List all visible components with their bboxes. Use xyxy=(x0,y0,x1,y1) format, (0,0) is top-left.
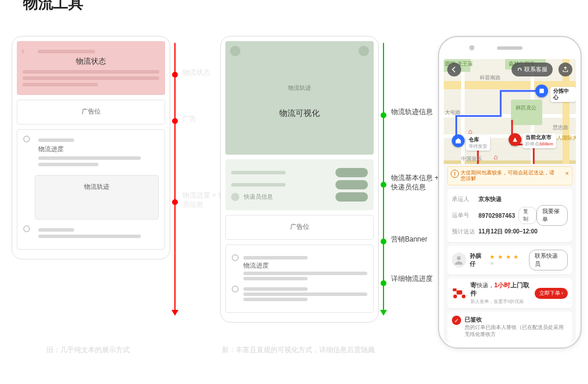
old-ad-card: 广告位 xyxy=(17,100,165,125)
new-caption: 新：丰富且直观的可视化方式，详细信息后置隐藏 xyxy=(217,345,379,355)
back-icon[interactable]: ‹ xyxy=(21,46,24,56)
checkmark-icon xyxy=(23,136,30,142)
red-arrow: 物流状态 广告 物流进度 + 快递员信息 xyxy=(174,43,176,315)
svg-point-3 xyxy=(453,295,457,299)
refresh-icon[interactable] xyxy=(359,46,369,56)
close-icon[interactable]: × xyxy=(565,170,569,177)
back-icon[interactable] xyxy=(447,63,461,76)
copy-button[interactable]: 复制 xyxy=(518,207,536,224)
new-progress-card: 物流进度 xyxy=(225,244,374,313)
sort-center-pin[interactable] xyxy=(535,85,548,97)
page-title: 物流工具 xyxy=(23,0,83,13)
svg-point-4 xyxy=(462,295,466,299)
old-progress-card: 物流进度 物流轨迹 xyxy=(17,129,165,250)
new-visual-card: 物流轨迹 物流可视化 xyxy=(225,41,374,155)
promo-banner[interactable]: 寄快递，1小时上门取件 新人首单，首重享5折优惠 立即下单 › xyxy=(447,278,572,308)
current-pin[interactable] xyxy=(509,133,521,146)
customer-service-button[interactable]: 联系客服 xyxy=(512,63,553,76)
warehouse-pin[interactable] xyxy=(452,134,465,147)
courier-name: 孙膑仔 xyxy=(470,252,486,268)
old-header-label: 物流状态 xyxy=(23,56,159,67)
sort-center-chip: 分拣中心 xyxy=(550,87,576,102)
pill-button[interactable] xyxy=(335,168,368,177)
shipment-info-card: 承运人 京东快递 运单号 89702987463 复制 我要催单 预计送达 11… xyxy=(447,189,572,242)
new-info-card: 快递员信息 xyxy=(225,159,374,210)
new-ad-card: 广告位 xyxy=(225,215,374,240)
share-icon[interactable] xyxy=(558,63,572,76)
svg-rect-5 xyxy=(456,290,462,294)
svg-rect-0 xyxy=(539,89,544,93)
pill-button[interactable] xyxy=(335,192,368,202)
check-icon: ✓ xyxy=(452,316,461,325)
avatar-icon xyxy=(231,193,239,201)
home-icon: ⌂ xyxy=(494,153,498,161)
checkmark-icon xyxy=(232,254,239,261)
new-wireframe: 物流轨迹 物流可视化 快递员信息 广告位 物流进度 xyxy=(220,36,379,323)
checkmark-icon xyxy=(23,225,30,232)
svg-rect-6 xyxy=(453,288,457,291)
order-now-button[interactable]: 立即下单 › xyxy=(535,288,568,299)
rider-icon xyxy=(452,287,467,299)
map-view[interactable]: 圆明-龙王庙 森林公园南 科荟南路 大屯路 慧忠路 林匹克公 名人国际大 中国音… xyxy=(444,59,576,164)
rating-stars: ★ ★ ★ ★ ★ xyxy=(490,254,525,266)
contact-courier-button[interactable]: 联系快递员 xyxy=(529,250,568,270)
old-caption: 旧：几乎纯文本的展示方式 xyxy=(7,345,169,355)
promo-warning-bar: 大促期间包裹较多，可能会延迟送达，请您谅解 × xyxy=(447,166,572,186)
warehouse-chip: 仓库 等待发货 xyxy=(466,136,490,151)
old-wireframe: ‹ 物流状态 广告位 物流进度 物流轨迹 xyxy=(12,36,170,259)
checkmark-icon xyxy=(232,286,239,292)
svg-point-2 xyxy=(457,256,461,260)
old-header-card: ‹ 物流状态 xyxy=(17,41,165,95)
urge-button[interactable]: 我要催单 xyxy=(536,205,568,226)
courier-avatar xyxy=(452,253,466,268)
back-icon[interactable] xyxy=(230,46,240,56)
phone-mockup: 圆明-龙王庙 森林公园南 科荟南路 大屯路 慧忠路 林匹克公 名人国际大 中国音… xyxy=(438,36,582,349)
current-chip: 当前北京市 距终点888km xyxy=(523,133,556,148)
courier-card: 孙膑仔 ★ ★ ★ ★ ★ 联系快递员 xyxy=(447,246,572,275)
signed-card: ✓ 已签收 您的订单已由本人签收（已在配送员处采用无纸化签收方 xyxy=(447,312,572,342)
green-arrow: 物流轨迹信息 物流基本信息 + 快递员信息 营销Banner 详细物流进度 xyxy=(383,43,384,315)
pill-button[interactable] xyxy=(335,180,368,189)
home-icon: ⌂ xyxy=(468,127,472,136)
